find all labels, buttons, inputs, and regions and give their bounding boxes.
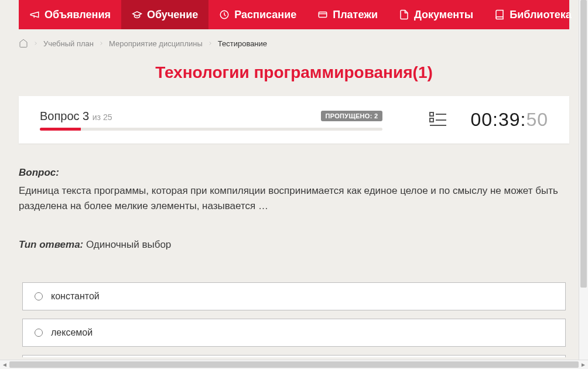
nav-education[interactable]: Обучение bbox=[121, 0, 208, 29]
nav-label: Библиотека bbox=[510, 9, 572, 21]
question-text: Единица текста программы, которая при ко… bbox=[19, 183, 569, 213]
book-icon bbox=[494, 9, 505, 20]
answer-type-label: Тип ответа: bbox=[19, 239, 83, 250]
question-body: Вопрос: Единица текста программы, котора… bbox=[19, 144, 569, 360]
question-counter: Вопрос 3 из 25 bbox=[40, 110, 112, 123]
payment-icon bbox=[317, 9, 328, 20]
horizontal-scrollbar[interactable]: ◄ ► bbox=[0, 360, 588, 369]
answer-radio[interactable] bbox=[35, 292, 43, 300]
scrollbar-thumb[interactable] bbox=[9, 361, 579, 368]
nav-schedule[interactable]: Расписание bbox=[208, 0, 307, 29]
answer-type-value: Одиночный выбор bbox=[86, 239, 171, 250]
graduation-icon bbox=[132, 9, 142, 20]
answer-label: лексемой bbox=[51, 327, 93, 338]
answer-radio[interactable] bbox=[35, 329, 43, 337]
top-nav: Объявления Обучение Расписание Платежи Д… bbox=[19, 0, 569, 29]
chevron-right-icon bbox=[98, 40, 104, 46]
clock-icon bbox=[219, 9, 230, 20]
scrollbar-thumb[interactable] bbox=[580, 0, 587, 288]
breadcrumb-link[interactable]: Учебный план bbox=[43, 39, 94, 48]
nav-label: Документы bbox=[414, 9, 473, 21]
svg-rect-4 bbox=[430, 118, 433, 122]
answer-option[interactable]: константой bbox=[22, 282, 566, 310]
chevron-right-icon bbox=[33, 40, 39, 46]
progress-bar bbox=[40, 128, 382, 131]
svg-rect-2 bbox=[430, 112, 433, 116]
answer-type-row: Тип ответа: Одиночный выбор bbox=[19, 239, 569, 251]
nav-documents[interactable]: Документы bbox=[388, 0, 484, 29]
answer-label: константой bbox=[51, 291, 100, 302]
home-icon[interactable] bbox=[19, 39, 28, 48]
nav-label: Объявления bbox=[45, 9, 111, 21]
scroll-left-icon[interactable]: ◄ bbox=[0, 360, 9, 370]
timer: 00:39:50 bbox=[470, 109, 548, 131]
answer-option-partial bbox=[22, 355, 566, 357]
nav-label: Обучение bbox=[147, 9, 198, 21]
nav-label: Платежи bbox=[333, 9, 378, 21]
nav-payments[interactable]: Платежи bbox=[307, 0, 388, 29]
document-icon bbox=[399, 9, 409, 20]
skipped-badge: ПРОПУЩЕНО: 2 bbox=[321, 111, 383, 121]
svg-rect-1 bbox=[319, 12, 327, 18]
nav-label: Расписание bbox=[234, 9, 296, 21]
nav-announcements[interactable]: Объявления bbox=[19, 0, 121, 29]
answer-list: константой лексемой bbox=[19, 282, 569, 357]
breadcrumb-link[interactable]: Мероприятие дисциплины bbox=[109, 39, 203, 48]
nav-library[interactable]: Библиотека bbox=[484, 0, 588, 29]
chevron-right-icon bbox=[207, 40, 213, 46]
breadcrumb-current: Тестирование bbox=[218, 39, 267, 48]
breadcrumb: Учебный план Мероприятие дисциплины Тест… bbox=[19, 29, 569, 57]
page-title: Технологии программирования(1) bbox=[19, 63, 569, 82]
answer-option[interactable]: лексемой bbox=[22, 319, 566, 347]
question-list-icon[interactable] bbox=[429, 118, 447, 128]
scroll-right-icon[interactable]: ► bbox=[579, 360, 588, 370]
progress-fill bbox=[40, 128, 81, 131]
question-heading: Вопрос: bbox=[19, 167, 569, 179]
megaphone-icon bbox=[29, 9, 40, 20]
vertical-scrollbar[interactable] bbox=[579, 0, 588, 360]
quiz-info-card: Вопрос 3 из 25 ПРОПУЩЕНО: 2 bbox=[19, 96, 569, 144]
